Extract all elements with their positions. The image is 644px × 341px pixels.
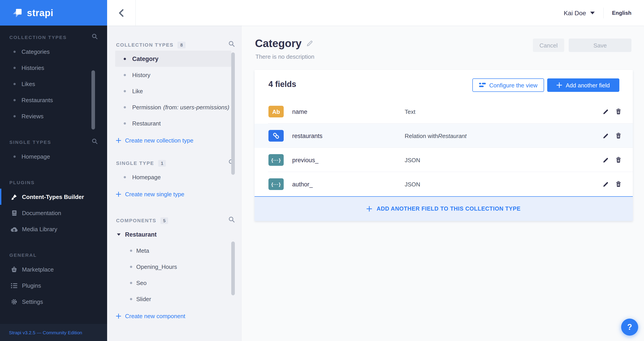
top-right-controls: Kai Doe English <box>564 8 644 18</box>
delete-trash-icon[interactable] <box>615 156 622 164</box>
add-another-field-label: Add another field <box>566 82 610 88</box>
sidebar-item-media-library[interactable]: Media Library <box>0 221 107 237</box>
sidebar-item-settings[interactable]: Settings <box>0 294 107 310</box>
panel-section-components: COMPONENTS 5 <box>107 215 241 226</box>
content-types-panel: COLLECTION TYPES 8 Category History Like… <box>107 26 242 341</box>
list-icon <box>10 282 18 288</box>
edit-title-pencil-icon[interactable] <box>306 40 313 46</box>
panel-item-restaurant[interactable]: Restaurant <box>115 115 231 131</box>
bullet-icon <box>124 74 126 76</box>
edit-pencil-icon[interactable] <box>602 132 610 140</box>
edit-pencil-icon[interactable] <box>602 180 610 188</box>
panel-item-label: Meta <box>136 247 149 254</box>
panel-scrollbar-thumb[interactable] <box>231 52 235 175</box>
plus-icon <box>557 82 562 88</box>
panel-section-single-type: SINGLE TYPE 1 <box>107 157 241 169</box>
sidebar-item-histories[interactable]: Histories <box>0 60 107 76</box>
edit-pencil-icon[interactable] <box>602 108 610 116</box>
sidebar-item-content-types-builder[interactable]: Content-Types Builder <box>0 189 107 205</box>
create-collection-type-link[interactable]: Create new collection type <box>107 131 241 149</box>
add-another-field-button[interactable]: Add another field <box>547 78 619 92</box>
sidebar-item-label: Likes <box>22 80 35 87</box>
row-actions <box>602 172 622 196</box>
panel-scrollbar-thumb[interactable] <box>231 242 235 295</box>
create-single-type-link[interactable]: Create new single type <box>107 185 241 203</box>
bullet-icon <box>14 115 16 117</box>
fields-count-heading: 4 fields <box>268 80 296 89</box>
table-row-author: {···} author_ JSON <box>254 172 633 196</box>
bullet-icon <box>130 282 132 284</box>
edit-pencil-icon[interactable] <box>602 156 610 164</box>
panel-section-collection-types: COLLECTION TYPES 8 <box>107 39 241 51</box>
field-type: JSON <box>405 148 420 172</box>
panel-item-permission[interactable]: Permission (from: users-permissions) <box>115 99 231 115</box>
field-name: name <box>292 100 308 124</box>
language-selector[interactable]: English <box>612 10 632 16</box>
sidebar-nav: COLLECTION TYPES Categories Histories Li… <box>0 26 107 310</box>
panel-item-category[interactable]: Category <box>115 51 231 67</box>
search-icon[interactable] <box>92 138 98 146</box>
panel-item-slider[interactable]: Slider <box>107 291 241 307</box>
bullet-icon <box>14 66 16 69</box>
sidebar-item-likes[interactable]: Likes <box>0 76 107 92</box>
sidebar-item-label: Restaurants <box>22 96 53 103</box>
configure-view-button[interactable]: Configure the view <box>472 78 544 92</box>
bullet-icon <box>124 106 126 108</box>
section-title: COLLECTION TYPES <box>10 34 67 40</box>
table-row-previous: {···} previous_ JSON <box>254 148 633 172</box>
field-type: Text <box>405 100 416 124</box>
create-component-link[interactable]: Create new component <box>107 307 241 325</box>
panel-item-opening-hours[interactable]: Opening_Hours <box>107 258 241 275</box>
sidebar-item-restaurants[interactable]: Restaurants <box>0 92 107 108</box>
sidebar-item-homepage[interactable]: Homepage <box>0 148 107 164</box>
search-icon[interactable] <box>228 41 235 49</box>
sidebar-footer: Strapi v3.2.5 — Community Edition <box>0 324 107 341</box>
bullet-icon <box>130 298 132 300</box>
help-button[interactable]: ? <box>621 318 638 336</box>
bullet-icon <box>130 266 132 268</box>
panel-item-meta[interactable]: Meta <box>107 242 241 258</box>
component-group-restaurant[interactable]: Restaurant <box>107 226 241 242</box>
plus-icon <box>116 314 121 318</box>
cancel-button[interactable]: Cancel <box>533 38 564 52</box>
page-title: Category <box>255 37 313 50</box>
row-actions <box>602 148 622 172</box>
search-icon[interactable] <box>228 216 235 224</box>
plus-icon <box>116 138 121 143</box>
sidebar-item-label: Media Library <box>22 226 57 232</box>
plus-icon <box>367 206 372 212</box>
version-link[interactable]: Strapi v3.2.5 — Community Edition <box>9 330 82 335</box>
panel-item-label: Like <box>132 88 143 94</box>
save-button[interactable]: Save <box>569 38 632 52</box>
delete-trash-icon[interactable] <box>615 132 622 140</box>
panel-item-label: Permission <box>132 104 161 110</box>
bullet-icon <box>14 155 16 158</box>
chevron-down-icon[interactable] <box>590 12 594 14</box>
sidebar-item-marketplace[interactable]: Marketplace <box>0 261 107 277</box>
section-title: COLLECTION TYPES <box>116 42 174 48</box>
section-title: SINGLE TYPES <box>10 139 51 145</box>
delete-trash-icon[interactable] <box>615 180 622 188</box>
panel-item-homepage[interactable]: Homepage <box>115 169 231 185</box>
panel-item-like[interactable]: Like <box>115 83 231 99</box>
panel-item-label: Slider <box>136 296 151 302</box>
sidebar-item-categories[interactable]: Categories <box>0 44 107 60</box>
strapi-logo[interactable]: strapi <box>0 0 107 26</box>
sidebar-item-documentation[interactable]: Documentation <box>0 205 107 221</box>
back-button[interactable] <box>107 0 136 26</box>
sidebar-item-reviews[interactable]: Reviews <box>0 108 107 124</box>
add-field-row-button[interactable]: ADD ANOTHER FIELD TO THIS COLLECTION TYP… <box>254 196 633 221</box>
panel-item-seo[interactable]: Seo <box>107 275 241 291</box>
field-name: previous_ <box>292 148 318 172</box>
fields-table: Ab name Text <box>254 100 633 196</box>
sidebar-item-plugins[interactable]: Plugins <box>0 277 107 294</box>
panel-item-history[interactable]: History <box>115 67 231 83</box>
sidebar-item-label: Settings <box>22 298 43 305</box>
sidebar-item-label: Homepage <box>22 153 50 160</box>
sidebar-scrollbar-thumb[interactable] <box>92 70 95 130</box>
sidebar-item-label: Content-Types Builder <box>22 193 84 200</box>
bullet-icon <box>124 176 126 178</box>
search-icon[interactable] <box>92 33 98 41</box>
delete-trash-icon[interactable] <box>615 108 622 116</box>
user-menu[interactable]: Kai Doe <box>564 9 586 16</box>
